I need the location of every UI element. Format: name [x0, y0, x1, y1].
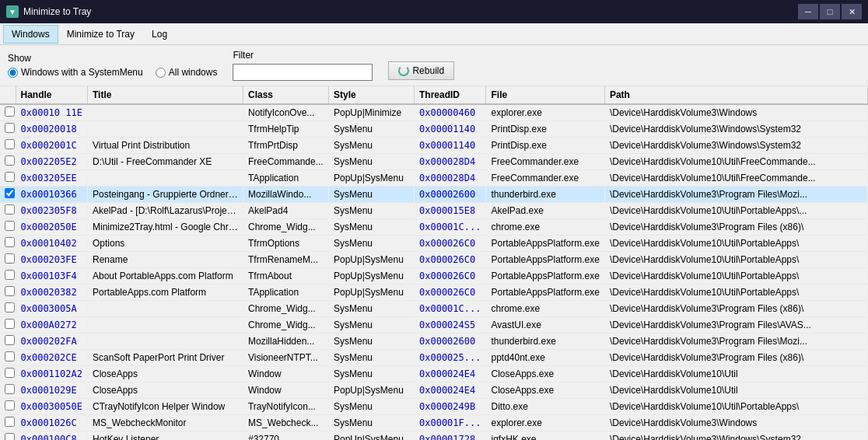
col-header-file[interactable]: File: [486, 86, 604, 104]
table-row[interactable]: 0x000A0272 Chrome_Widg... SysMenu 0x0000…: [0, 317, 868, 333]
col-header-style[interactable]: Style: [328, 86, 414, 104]
row-checkbox[interactable]: [5, 155, 15, 166]
app-icon: ▼: [6, 5, 19, 18]
row-class: Chrome_Widg...: [243, 301, 328, 317]
row-threadid: 0x000026C0: [414, 236, 485, 252]
row-handle: 0x00010 11E: [16, 104, 87, 121]
table-row[interactable]: 0x000203FE Rename TfrmRenameM... PopUp|S…: [0, 252, 868, 268]
filter-input[interactable]: [233, 64, 373, 81]
row-checkbox[interactable]: [5, 302, 15, 313]
row-file: thunderbird.exe: [486, 187, 604, 203]
row-checkbox[interactable]: [5, 368, 15, 378]
radio-systemmenu[interactable]: Windows with a SystemMenu: [8, 67, 143, 78]
row-path: \Device\HarddiskVolume3\Program Files\AV…: [604, 317, 867, 333]
table-row[interactable]: 0x003205EE TApplication PopUp|SysMenu 0x…: [0, 170, 868, 187]
row-checkbox-cell: [0, 121, 16, 138]
row-checkbox[interactable]: [5, 204, 15, 215]
row-checkbox[interactable]: [5, 270, 15, 280]
row-threadid: 0x000028D4: [414, 170, 485, 187]
table-row[interactable]: 0x0001102A2 CloseApps Window SysMenu 0x0…: [0, 366, 868, 382]
row-style: SysMenu: [328, 236, 414, 252]
radio-allwindows-input[interactable]: [156, 68, 166, 78]
row-class: #32770: [243, 431, 328, 441]
row-style: PopUp|SysMenu: [328, 268, 414, 285]
row-handle: 0x0001102A2: [16, 366, 87, 382]
maximize-button[interactable]: □: [820, 4, 840, 19]
row-class: VisioneerNTPT...: [243, 350, 328, 366]
row-threadid: 0x00001140: [414, 121, 485, 138]
row-title: [87, 104, 243, 121]
menu-minimize-to-tray[interactable]: Minimize to Tray: [58, 25, 143, 44]
row-title: Options: [87, 236, 243, 252]
table-row[interactable]: 0x00020018 TfrmHelpTip SysMenu 0x0000114…: [0, 121, 868, 138]
row-style: SysMenu: [328, 203, 414, 219]
row-checkbox[interactable]: [5, 123, 15, 133]
row-handle: 0x000103F4: [16, 268, 87, 285]
table-row[interactable]: 0x000103F4 About PortableApps.com Platfo…: [0, 268, 868, 285]
col-header-class[interactable]: Class: [243, 86, 328, 104]
title-bar: ▼ Minimize to Tray ─ □ ✕: [0, 0, 868, 23]
row-threadid: 0x000026C0: [414, 252, 485, 268]
minimize-button[interactable]: ─: [798, 4, 818, 19]
table-row[interactable]: 0x002205E2 D:\Util - FreeCommander XE Fr…: [0, 154, 868, 170]
table-row[interactable]: 0x0001029E CloseApps Window PopUp|SysMen…: [0, 382, 868, 399]
col-header-title[interactable]: Title: [87, 86, 243, 104]
row-checkbox[interactable]: [5, 107, 15, 117]
table-row[interactable]: 0x000202FA MozillaHidden... SysMenu 0x00…: [0, 333, 868, 350]
row-file: Ditto.exe: [486, 399, 604, 415]
row-file: chrome.exe: [486, 301, 604, 317]
table-row[interactable]: 0x0002050E Minimize2Tray.html - Google C…: [0, 219, 868, 236]
radio-systemmenu-input[interactable]: [8, 68, 18, 78]
col-header-path[interactable]: Path: [604, 86, 867, 104]
table-row[interactable]: 0x002305F8 AkelPad - [D:\Rolf\Lazarus\Pr…: [0, 203, 868, 219]
row-title: MS_WebcheckMonitor: [87, 415, 243, 431]
title-bar-text: Minimize to Tray: [23, 6, 793, 17]
table-row[interactable]: 0x000100C8 HotKey Listener #32770 PopUp|…: [0, 431, 868, 441]
table-row[interactable]: 0x0003005A Chrome_Widg... SysMenu 0x0000…: [0, 301, 868, 317]
row-handle: 0x000A0272: [16, 317, 87, 333]
table-row[interactable]: 0x00010402 Options TfrmOptions SysMenu 0…: [0, 236, 868, 252]
table-row[interactable]: 0x0002001C Virtual Print Distribution Tf…: [0, 138, 868, 154]
row-checkbox[interactable]: [5, 221, 15, 231]
row-checkbox[interactable]: [5, 319, 15, 329]
row-style: SysMenu: [328, 366, 414, 382]
row-file: iqfxHK.exe: [486, 431, 604, 441]
radio-allwindows[interactable]: All windows: [156, 67, 218, 78]
row-handle: 0x0003005A: [16, 301, 87, 317]
row-checkbox-cell: [0, 431, 16, 441]
row-checkbox[interactable]: [5, 139, 15, 149]
row-handle: 0x0002001C: [16, 138, 87, 154]
col-header-threadid[interactable]: ThreadID: [414, 86, 485, 104]
row-checkbox[interactable]: [5, 335, 15, 345]
row-checkbox[interactable]: [5, 384, 15, 394]
rebuild-button[interactable]: Rebuild: [388, 61, 454, 80]
table-row[interactable]: 0x00030050E CTrayNotifyIcon Helper Windo…: [0, 399, 868, 415]
row-threadid: 0x000026C0: [414, 268, 485, 285]
table-row[interactable]: 0x000202CE ScanSoft PaperPort Print Driv…: [0, 350, 868, 366]
row-checkbox[interactable]: [5, 351, 15, 361]
row-title: CloseApps: [87, 366, 243, 382]
row-checkbox[interactable]: [5, 417, 15, 427]
row-checkbox[interactable]: [5, 237, 15, 247]
row-checkbox[interactable]: [5, 400, 15, 410]
row-checkbox[interactable]: [5, 286, 15, 296]
row-checkbox[interactable]: [5, 253, 15, 264]
close-button[interactable]: ✕: [842, 4, 862, 19]
row-style: PopUp|SysMenu: [328, 170, 414, 187]
row-title: CloseApps: [87, 382, 243, 399]
table-row[interactable]: 0x0001026C MS_WebcheckMonitor MS_Webchec…: [0, 415, 868, 431]
row-threadid: 0x000026C0: [414, 285, 485, 301]
table-row[interactable]: 0x00010 11E NotifyIconOve... PopUp|Minim…: [0, 104, 868, 121]
table-container[interactable]: Handle Title Class Style ThreadID File P…: [0, 86, 868, 440]
menu-windows[interactable]: Windows: [3, 25, 58, 44]
row-checkbox[interactable]: [5, 172, 15, 182]
row-class: Window: [243, 366, 328, 382]
col-header-handle[interactable]: Handle: [16, 86, 87, 104]
table-row[interactable]: 0x00020382 PortableApps.com Platform TAp…: [0, 285, 868, 301]
row-checkbox[interactable]: [5, 433, 15, 440]
table-row[interactable]: 0x00010366 Posteingang - Gruppierte Ordn…: [0, 187, 868, 203]
row-checkbox[interactable]: [5, 188, 15, 198]
row-checkbox-cell: [0, 203, 16, 219]
menu-log[interactable]: Log: [143, 25, 176, 44]
row-checkbox-cell: [0, 219, 16, 236]
